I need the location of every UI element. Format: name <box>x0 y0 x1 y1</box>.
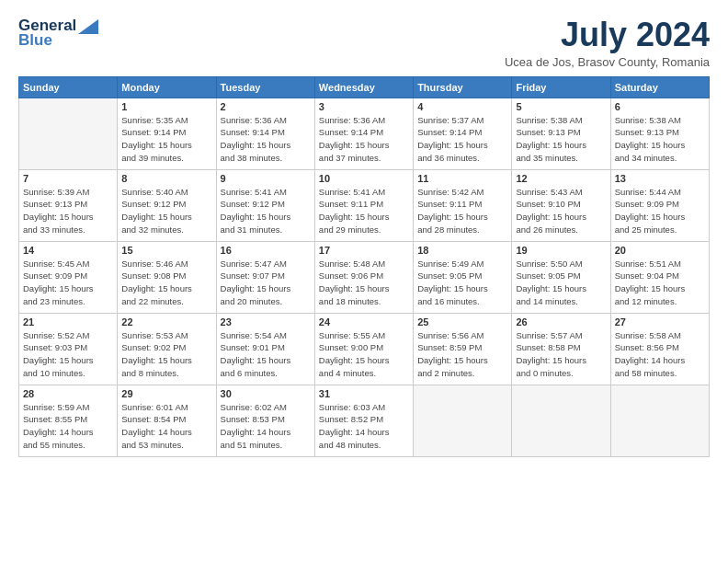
day-info: Sunrise: 5:46 AM Sunset: 9:08 PM Dayligh… <box>121 258 211 308</box>
day-number: 22 <box>121 316 211 327</box>
page: General Blue July 2024 Ucea de Jos, Bras… <box>0 0 728 563</box>
day-info: Sunrise: 5:43 AM Sunset: 9:10 PM Dayligh… <box>516 186 606 236</box>
calendar-week-row: 21Sunrise: 5:52 AM Sunset: 9:03 PM Dayli… <box>19 313 710 385</box>
day-info: Sunrise: 5:45 AM Sunset: 9:09 PM Dayligh… <box>23 258 113 308</box>
day-info: Sunrise: 5:42 AM Sunset: 9:11 PM Dayligh… <box>417 186 507 236</box>
day-number: 21 <box>23 316 113 327</box>
day-number: 7 <box>23 173 113 184</box>
calendar-header-sunday: Sunday <box>19 76 118 98</box>
day-number: 8 <box>121 173 211 184</box>
calendar-cell: 10Sunrise: 5:41 AM Sunset: 9:11 PM Dayli… <box>314 169 413 241</box>
day-number: 31 <box>319 388 409 399</box>
day-number: 6 <box>615 101 705 112</box>
svg-marker-0 <box>78 19 98 34</box>
calendar-cell: 6Sunrise: 5:38 AM Sunset: 9:13 PM Daylig… <box>610 98 709 169</box>
calendar-header-friday: Friday <box>512 76 610 98</box>
day-info: Sunrise: 5:49 AM Sunset: 9:05 PM Dayligh… <box>417 258 507 308</box>
calendar-cell: 7Sunrise: 5:39 AM Sunset: 9:13 PM Daylig… <box>19 169 118 241</box>
calendar-cell: 27Sunrise: 5:58 AM Sunset: 8:56 PM Dayli… <box>610 313 709 385</box>
location: Ucea de Jos, Brasov County, Romania <box>505 55 710 69</box>
day-info: Sunrise: 5:52 AM Sunset: 9:03 PM Dayligh… <box>23 329 113 380</box>
day-info: Sunrise: 5:35 AM Sunset: 9:14 PM Dayligh… <box>121 114 211 165</box>
day-info: Sunrise: 5:56 AM Sunset: 8:59 PM Dayligh… <box>417 329 507 380</box>
day-number: 13 <box>615 173 705 184</box>
calendar-cell: 23Sunrise: 5:54 AM Sunset: 9:01 PM Dayli… <box>216 313 314 385</box>
day-info: Sunrise: 5:38 AM Sunset: 9:13 PM Dayligh… <box>615 114 705 165</box>
day-info: Sunrise: 5:41 AM Sunset: 9:11 PM Dayligh… <box>319 186 409 236</box>
day-number: 20 <box>615 245 705 256</box>
day-number: 26 <box>516 316 606 327</box>
day-number: 29 <box>121 388 211 399</box>
day-info: Sunrise: 5:38 AM Sunset: 9:13 PM Dayligh… <box>516 114 606 165</box>
day-number: 15 <box>121 245 211 256</box>
day-info: Sunrise: 5:59 AM Sunset: 8:55 PM Dayligh… <box>23 401 113 452</box>
day-info: Sunrise: 5:57 AM Sunset: 8:58 PM Dayligh… <box>516 329 606 380</box>
day-number: 30 <box>221 388 311 399</box>
calendar-cell: 19Sunrise: 5:50 AM Sunset: 9:05 PM Dayli… <box>512 241 610 313</box>
calendar-cell: 15Sunrise: 5:46 AM Sunset: 9:08 PM Dayli… <box>118 241 216 313</box>
calendar-cell: 2Sunrise: 5:36 AM Sunset: 9:14 PM Daylig… <box>216 98 314 169</box>
calendar-cell: 16Sunrise: 5:47 AM Sunset: 9:07 PM Dayli… <box>216 241 314 313</box>
calendar-cell <box>512 385 610 456</box>
logo-blue: Blue <box>18 31 52 50</box>
calendar-week-row: 7Sunrise: 5:39 AM Sunset: 9:13 PM Daylig… <box>19 169 710 241</box>
calendar-week-row: 14Sunrise: 5:45 AM Sunset: 9:09 PM Dayli… <box>19 241 710 313</box>
day-number: 24 <box>319 316 409 327</box>
calendar-cell: 31Sunrise: 6:03 AM Sunset: 8:52 PM Dayli… <box>314 385 413 456</box>
calendar-cell: 22Sunrise: 5:53 AM Sunset: 9:02 PM Dayli… <box>118 313 216 385</box>
day-info: Sunrise: 5:58 AM Sunset: 8:56 PM Dayligh… <box>615 329 705 380</box>
day-number: 5 <box>516 101 606 112</box>
calendar-cell: 12Sunrise: 5:43 AM Sunset: 9:10 PM Dayli… <box>512 169 610 241</box>
calendar-cell: 3Sunrise: 5:36 AM Sunset: 9:14 PM Daylig… <box>314 98 413 169</box>
day-number: 1 <box>121 101 211 112</box>
calendar-table: SundayMondayTuesdayWednesdayThursdayFrid… <box>18 76 710 457</box>
calendar-cell: 5Sunrise: 5:38 AM Sunset: 9:13 PM Daylig… <box>512 98 610 169</box>
calendar-cell: 1Sunrise: 5:35 AM Sunset: 9:14 PM Daylig… <box>118 98 216 169</box>
day-info: Sunrise: 5:39 AM Sunset: 9:13 PM Dayligh… <box>23 186 113 236</box>
logo: General Blue <box>18 17 98 50</box>
calendar-cell: 20Sunrise: 5:51 AM Sunset: 9:04 PM Dayli… <box>610 241 709 313</box>
calendar-header-tuesday: Tuesday <box>216 76 314 98</box>
calendar-cell: 24Sunrise: 5:55 AM Sunset: 9:00 PM Dayli… <box>314 313 413 385</box>
day-info: Sunrise: 6:02 AM Sunset: 8:53 PM Dayligh… <box>221 401 311 452</box>
day-info: Sunrise: 5:48 AM Sunset: 9:06 PM Dayligh… <box>319 258 409 308</box>
day-info: Sunrise: 5:44 AM Sunset: 9:09 PM Dayligh… <box>615 186 705 236</box>
month-title: July 2024 <box>505 17 710 53</box>
calendar-header-row: SundayMondayTuesdayWednesdayThursdayFrid… <box>19 76 710 98</box>
calendar-header-wednesday: Wednesday <box>314 76 413 98</box>
calendar-cell: 13Sunrise: 5:44 AM Sunset: 9:09 PM Dayli… <box>610 169 709 241</box>
calendar-cell: 28Sunrise: 5:59 AM Sunset: 8:55 PM Dayli… <box>19 385 118 456</box>
day-info: Sunrise: 5:50 AM Sunset: 9:05 PM Dayligh… <box>516 258 606 308</box>
calendar-cell: 11Sunrise: 5:42 AM Sunset: 9:11 PM Dayli… <box>414 169 512 241</box>
day-number: 25 <box>417 316 507 327</box>
day-info: Sunrise: 5:53 AM Sunset: 9:02 PM Dayligh… <box>121 329 211 380</box>
day-info: Sunrise: 5:55 AM Sunset: 9:00 PM Dayligh… <box>319 329 409 380</box>
day-number: 12 <box>516 173 606 184</box>
calendar-cell: 21Sunrise: 5:52 AM Sunset: 9:03 PM Dayli… <box>19 313 118 385</box>
day-info: Sunrise: 6:03 AM Sunset: 8:52 PM Dayligh… <box>319 401 409 452</box>
day-info: Sunrise: 5:51 AM Sunset: 9:04 PM Dayligh… <box>615 258 705 308</box>
day-info: Sunrise: 5:41 AM Sunset: 9:12 PM Dayligh… <box>221 186 311 236</box>
day-number: 2 <box>221 101 311 112</box>
calendar-cell: 25Sunrise: 5:56 AM Sunset: 8:59 PM Dayli… <box>414 313 512 385</box>
day-info: Sunrise: 5:36 AM Sunset: 9:14 PM Dayligh… <box>319 114 409 165</box>
day-number: 28 <box>23 388 113 399</box>
day-info: Sunrise: 5:40 AM Sunset: 9:12 PM Dayligh… <box>121 186 211 236</box>
day-number: 17 <box>319 245 409 256</box>
day-number: 16 <box>221 245 311 256</box>
day-number: 3 <box>319 101 409 112</box>
calendar-cell <box>414 385 512 456</box>
calendar-cell: 29Sunrise: 6:01 AM Sunset: 8:54 PM Dayli… <box>118 385 216 456</box>
calendar-cell: 17Sunrise: 5:48 AM Sunset: 9:06 PM Dayli… <box>314 241 413 313</box>
logo-icon <box>78 19 98 34</box>
calendar-cell: 14Sunrise: 5:45 AM Sunset: 9:09 PM Dayli… <box>19 241 118 313</box>
day-number: 14 <box>23 245 113 256</box>
day-info: Sunrise: 5:54 AM Sunset: 9:01 PM Dayligh… <box>221 329 311 380</box>
header: General Blue July 2024 Ucea de Jos, Bras… <box>18 17 710 69</box>
day-number: 4 <box>417 101 507 112</box>
day-info: Sunrise: 6:01 AM Sunset: 8:54 PM Dayligh… <box>121 401 211 452</box>
calendar-week-row: 1Sunrise: 5:35 AM Sunset: 9:14 PM Daylig… <box>19 98 710 169</box>
day-number: 10 <box>319 173 409 184</box>
calendar-cell: 18Sunrise: 5:49 AM Sunset: 9:05 PM Dayli… <box>414 241 512 313</box>
calendar-week-row: 28Sunrise: 5:59 AM Sunset: 8:55 PM Dayli… <box>19 385 710 456</box>
